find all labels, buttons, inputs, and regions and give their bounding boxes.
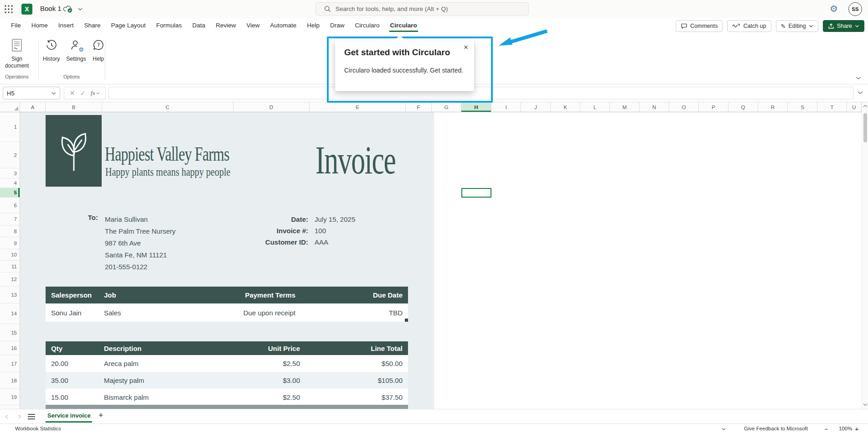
items-table-row[interactable]: 20.00Areca palm$2.50$50.00 [46,355,408,372]
sales-table-cell[interactable]: Payment Terms [245,287,295,303]
menu-item-file[interactable]: File [11,22,21,29]
items-table-row[interactable]: 15.00Bismarck palm$2.50$37.50 [46,389,408,405]
items-table-cell[interactable]: Majesty palm [104,372,144,389]
menu-item-view[interactable]: View [246,22,259,29]
sales-table-cell[interactable]: Salesperson [51,287,92,303]
name-box[interactable]: H5 [3,87,60,99]
sales-table-header-row[interactable]: SalespersonJobPayment TermsDue Date [46,287,408,303]
menu-item-automate[interactable]: Automate [270,22,296,29]
column-header-J[interactable]: J [521,102,551,112]
items-table-cell[interactable]: $3.00 [283,372,300,389]
zoom-out-button[interactable]: − [824,425,828,433]
column-header-S[interactable]: S [788,102,817,112]
status-chevron-down-icon[interactable] [722,428,726,431]
column-header-M[interactable]: M [610,102,640,112]
row-header-8[interactable]: 8 [0,225,20,237]
sheet-list-icon[interactable] [27,413,36,420]
sales-table-cell[interactable]: Due Date [373,287,403,303]
column-header-T[interactable]: T [817,102,847,112]
column-header-O[interactable]: O [669,102,699,112]
close-icon[interactable]: × [464,43,468,52]
column-header-H[interactable]: H [461,102,491,112]
workbook-statistics-button[interactable]: Workbook Statistics [15,426,61,431]
menu-item-review[interactable]: Review [216,22,236,29]
editing-mode-button[interactable]: ✎ Editing [776,20,818,32]
column-header-B[interactable]: B [46,102,102,112]
items-table-cell[interactable]: $105.00 [378,372,403,389]
row-header-19[interactable]: 19 [0,389,20,405]
scroll-down-icon[interactable] [863,403,868,407]
row-header-3[interactable]: 3 [0,168,20,178]
column-header-G[interactable]: G [432,102,461,112]
menu-item-page-layout[interactable]: Page Layout [111,22,146,29]
sales-table-cell[interactable]: Job [104,287,116,303]
row-header-13[interactable]: 13 [0,287,20,303]
row-header-11[interactable]: 11 [0,261,20,272]
enter-icon[interactable]: ✓ [80,89,86,97]
menu-item-circularo-active[interactable]: Circularo [390,22,417,29]
column-header-F[interactable]: F [406,102,432,112]
row-header-14[interactable]: 14 [0,303,20,324]
column-header-D[interactable]: D [233,102,310,112]
workbook-title-chevron-icon[interactable] [78,7,83,11]
menu-item-circularo[interactable]: Circularo [355,22,380,29]
formula-bar-expand-chevron-icon[interactable] [857,90,863,95]
column-header-A[interactable]: A [20,102,46,112]
column-header-Q[interactable]: Q [728,102,758,112]
cancel-icon[interactable]: ✕ [70,89,75,97]
app-launcher-waffle-icon[interactable] [5,5,13,13]
sheet-canvas[interactable]: Happiest Valley Farms Happy plants means… [20,112,862,409]
sales-table-cell[interactable]: Sonu Jain [51,303,82,322]
search-input[interactable]: Search for tools, help, and more (Alt + … [315,2,529,16]
row-header-10[interactable]: 10 [0,249,20,261]
menu-item-draw[interactable]: Draw [330,22,345,29]
scrollbar-thumb[interactable] [863,113,867,142]
row-header-18[interactable]: 18 [0,372,20,389]
column-header-C[interactable]: C [102,102,233,112]
select-all-corner[interactable] [0,102,20,112]
items-table-cell[interactable]: 20.00 [51,355,68,372]
next-sheet-icon[interactable] [17,414,22,419]
items-table-cell[interactable]: Areca palm [104,355,139,372]
settings-gear-icon[interactable]: ⚙ [830,4,838,13]
selected-cell-H5[interactable] [461,188,491,198]
row-header-16[interactable]: 16 [0,341,20,355]
account-avatar[interactable]: SS [848,2,862,16]
items-table-cell[interactable]: $37.50 [382,389,403,405]
row-header-1[interactable]: 1 [0,112,20,142]
column-header-K[interactable]: K [551,102,580,112]
insert-function-button[interactable]: fx [91,89,100,97]
column-header-L[interactable]: L [580,102,610,112]
excel-app-icon[interactable]: X [21,4,32,15]
sheet-tab-service-invoice[interactable]: Service invoice [47,412,91,419]
row-header-4[interactable]: 4 [0,178,20,188]
share-button[interactable]: Share [823,20,864,32]
zoom-in-button[interactable]: + [855,425,859,433]
menu-item-data[interactable]: Data [192,22,206,29]
column-header-E[interactable]: E [310,102,406,112]
items-table-cell[interactable]: Line Total [371,341,403,355]
prev-sheet-icon[interactable] [5,414,9,419]
vertical-scrollbar[interactable] [862,102,868,409]
column-header-I[interactable]: I [491,102,521,112]
sales-table-cell[interactable]: Due upon receipt [243,303,295,322]
items-table-cell[interactable]: 35.00 [51,372,68,389]
workbook-title[interactable]: Book 1 [40,5,62,12]
history-button[interactable]: History [42,39,61,62]
zoom-level[interactable]: 100% [839,426,852,431]
table-corner-handle[interactable] [405,319,408,322]
column-header-R[interactable]: R [758,102,788,112]
chevron-down-icon[interactable] [51,91,56,95]
items-table-cell[interactable]: Qty [51,341,62,355]
items-table-cell[interactable]: $2.50 [283,355,300,372]
items-table-cell[interactable]: 15.00 [51,389,68,405]
sales-table-cell[interactable]: Sales [104,303,121,322]
items-table-cell[interactable]: Description [104,341,142,355]
column-header-N[interactable]: N [640,102,669,112]
catch-up-button[interactable]: Catch up [727,20,771,32]
row-header-12[interactable]: 12 [0,272,20,287]
menu-item-home[interactable]: Home [31,22,48,29]
row-header-9[interactable]: 9 [0,237,20,249]
row-header-5[interactable]: 5 [0,188,20,198]
column-header-U[interactable]: U [847,102,862,112]
